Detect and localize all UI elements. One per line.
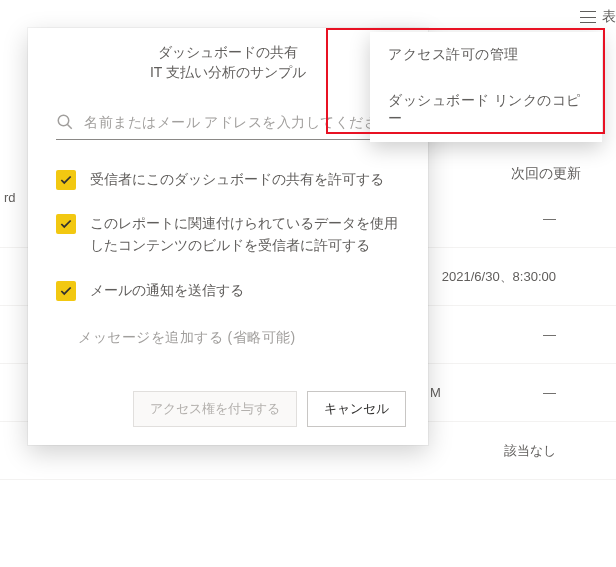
dialog-header: ダッシュボードの共有 IT 支払い分析のサンプル ···: [28, 28, 428, 95]
header-right-text: 表: [602, 8, 616, 26]
hamburger-icon[interactable]: [580, 11, 596, 23]
menu-item-copy-link[interactable]: ダッシュボード リンクのコピー: [370, 78, 602, 142]
option-send-email: メールの通知を送信する: [56, 279, 400, 301]
checkbox-allow-reshare[interactable]: [56, 170, 76, 190]
svg-line-1: [67, 124, 72, 129]
row-mid-fragment: M: [430, 385, 441, 400]
search-icon: [56, 113, 74, 131]
cancel-button[interactable]: キャンセル: [307, 391, 406, 427]
page-header: 表: [580, 8, 616, 26]
recipient-search[interactable]: [56, 113, 400, 140]
checkbox-send-email[interactable]: [56, 281, 76, 301]
option-allow-reshare: 受信者にこのダッシュボードの共有を許可する: [56, 168, 400, 190]
share-dialog: ダッシュボードの共有 IT 支払い分析のサンプル ··· 受信者にこのダッシュボ…: [28, 28, 428, 445]
grant-access-button[interactable]: アクセス権を付与する: [133, 391, 297, 427]
option-label: 受信者にこのダッシュボードの共有を許可する: [90, 168, 384, 190]
dialog-title: ダッシュボードの共有 IT 支払い分析のサンプル: [44, 42, 412, 83]
row-left-fragment: rd: [4, 190, 16, 205]
share-options: 受信者にこのダッシュボードの共有を許可する このレポートに関連付けられているデー…: [28, 140, 428, 302]
dialog-title-line2: IT 支払い分析のサンプル: [44, 62, 412, 82]
menu-item-manage-permissions[interactable]: アクセス許可の管理: [370, 32, 602, 78]
option-allow-build: このレポートに関連付けられているデータを使用したコンテンツのビルドを受信者に許可…: [56, 212, 400, 257]
message-input[interactable]: メッセージを追加する (省略可能): [28, 323, 428, 347]
cell-value: —: [543, 327, 556, 342]
dialog-footer: アクセス権を付与する キャンセル: [28, 347, 428, 427]
cell-value: —: [543, 211, 556, 226]
svg-point-0: [58, 115, 69, 126]
dialog-title-line1: ダッシュボードの共有: [44, 42, 412, 62]
cell-value: 2021/6/30、8:30:00: [442, 268, 556, 286]
recipient-input[interactable]: [84, 114, 400, 130]
option-label: このレポートに関連付けられているデータを使用したコンテンツのビルドを受信者に許可…: [90, 212, 400, 257]
cell-value: —: [543, 385, 556, 400]
column-header-next-refresh: 次回の更新: [511, 165, 581, 183]
checkbox-allow-build[interactable]: [56, 214, 76, 234]
option-label: メールの通知を送信する: [90, 279, 244, 301]
cell-value: 該当なし: [504, 442, 556, 460]
more-options-menu: アクセス許可の管理 ダッシュボード リンクのコピー: [370, 32, 602, 142]
